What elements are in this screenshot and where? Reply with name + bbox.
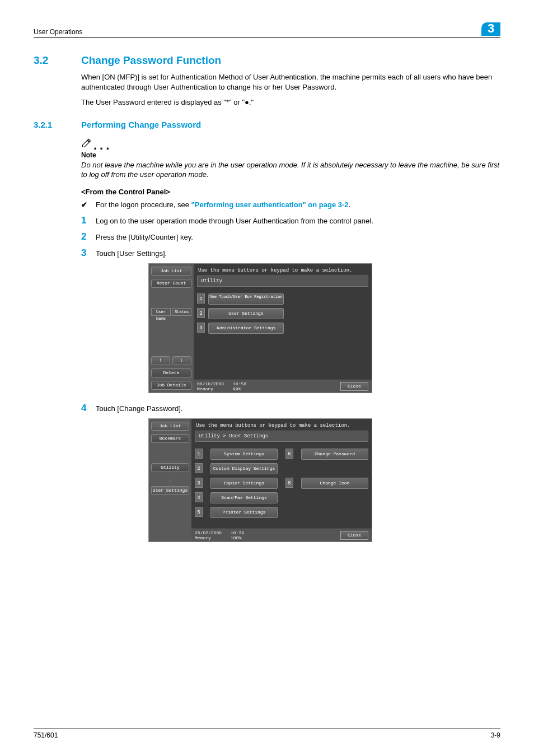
header-title: User Operations bbox=[34, 28, 82, 36]
from-control-panel-heading: <From the Control Panel> bbox=[81, 188, 500, 196]
intro-paragraph-2: The User Password entered is displayed a… bbox=[81, 97, 500, 108]
arrow-up-icon[interactable]: ↑ bbox=[151, 356, 170, 365]
job-details-button[interactable]: Job Details bbox=[151, 381, 191, 390]
job-list-button-2[interactable]: Job List bbox=[151, 422, 189, 431]
memory-label-2: Memory bbox=[195, 535, 222, 540]
screen2-date: 26/02/2008 bbox=[195, 530, 222, 535]
step-text-1: Log on to the user operation mode throug… bbox=[96, 216, 373, 225]
mfp-screen-utility: Job List Meter Count User Name Status ↑ … bbox=[148, 263, 372, 393]
subsection-number: 3.2.1 bbox=[34, 120, 81, 129]
step-text-4: Touch [Change Password]. bbox=[96, 403, 182, 413]
instruction-text-2: Use the menu buttons or keypad to make a… bbox=[195, 421, 368, 431]
one-touch-registration-button[interactable]: One-Touch/User Box Registration bbox=[208, 293, 284, 305]
status-label: Status bbox=[172, 308, 191, 316]
instruction-text: Use the menu buttons or keypad to make a… bbox=[197, 266, 368, 276]
menu-key-3b[interactable]: 3 bbox=[195, 478, 203, 488]
step-text-2: Press the [Utility/Counter] key. bbox=[96, 232, 193, 241]
user-settings-button[interactable]: User Settings bbox=[208, 308, 284, 319]
section-title: Change Password Function bbox=[81, 54, 221, 67]
subsection-title: Performing Change Password bbox=[81, 120, 201, 129]
screen1-time: 16:58 bbox=[233, 381, 246, 386]
menu-key-2[interactable]: 2 bbox=[197, 308, 205, 318]
screen2-time: 10:39 bbox=[231, 530, 244, 535]
close-button-1[interactable]: Close bbox=[340, 382, 368, 391]
user-name-label: User Name bbox=[151, 308, 171, 316]
system-settings-button[interactable]: System Settings bbox=[210, 449, 278, 460]
mfp-screen-user-settings: Job List Bookmark Utility ↓ User Setting… bbox=[148, 418, 372, 542]
menu-key-5b[interactable]: 5 bbox=[195, 507, 203, 517]
step-number-4: 4 bbox=[81, 403, 96, 413]
step-text-3: Touch [User Settings]. bbox=[96, 248, 167, 258]
logon-procedure-link[interactable]: "Performing user authentication" on page… bbox=[191, 200, 349, 209]
change-password-button[interactable]: Change Password bbox=[301, 449, 368, 460]
step-number-3: 3 bbox=[81, 248, 96, 258]
menu-key-8[interactable]: 8 bbox=[285, 478, 293, 488]
custom-display-settings-button[interactable]: Custom Display Settings bbox=[210, 463, 278, 474]
screen1-memory: 99% bbox=[233, 386, 246, 391]
menu-key-6[interactable]: 6 bbox=[285, 449, 293, 459]
arrow-down-icon[interactable]: ↓ bbox=[172, 356, 191, 365]
menu-key-4b[interactable]: 4 bbox=[195, 492, 203, 502]
note-label: Note bbox=[81, 151, 500, 159]
menu-key-1[interactable]: 1 bbox=[197, 293, 205, 304]
pencil-icon: ... bbox=[81, 137, 112, 148]
logon-procedure-line: For the logon procedure, see "Performing… bbox=[96, 200, 350, 209]
utility-breadcrumb-button[interactable]: Utility bbox=[151, 463, 189, 472]
step-number-1: 1 bbox=[81, 216, 96, 225]
user-settings-breadcrumb-button[interactable]: User Settings bbox=[151, 486, 189, 495]
meter-count-button[interactable]: Meter Count bbox=[151, 279, 191, 288]
delete-button[interactable]: Delete bbox=[151, 368, 191, 377]
footer-model: 751/601 bbox=[34, 731, 58, 739]
breadcrumb-arrow-icon: ↓ bbox=[151, 475, 189, 483]
note-block: ... Note Do not leave the machine while … bbox=[81, 137, 500, 180]
step-number-2: 2 bbox=[81, 232, 96, 241]
intro-paragraph-1: When [ON (MFP)] is set for Authenticatio… bbox=[81, 72, 500, 92]
close-button-2[interactable]: Close bbox=[340, 531, 368, 540]
job-list-button[interactable]: Job List bbox=[151, 267, 191, 276]
checkmark-icon: ✔ bbox=[81, 200, 96, 209]
memory-label: Memory bbox=[197, 386, 224, 391]
chapter-badge: 3 bbox=[481, 22, 500, 36]
administrator-settings-button[interactable]: Administrator Settings bbox=[208, 323, 284, 334]
note-body: Do not leave the machine while you are i… bbox=[81, 160, 500, 180]
menu-key-3[interactable]: 3 bbox=[197, 323, 205, 333]
menu-key-1b[interactable]: 1 bbox=[195, 449, 203, 459]
screen1-date: 06/18/2008 bbox=[197, 381, 224, 386]
screen2-memory: 100% bbox=[231, 535, 244, 540]
section-number: 3.2 bbox=[34, 54, 81, 67]
footer-page-number: 3-9 bbox=[491, 731, 500, 739]
change-icon-button[interactable]: Change Icon bbox=[301, 478, 368, 489]
bookmark-button[interactable]: Bookmark bbox=[151, 434, 189, 443]
printer-settings-button[interactable]: Printer Settings bbox=[210, 507, 278, 518]
menu-key-2b[interactable]: 2 bbox=[195, 463, 203, 473]
scan-fax-settings-button[interactable]: Scan/Fax Settings bbox=[210, 492, 278, 503]
copier-settings-button[interactable]: Copier Settings bbox=[210, 478, 278, 489]
screen-title-user-settings: Utility > User Settings bbox=[195, 431, 368, 442]
screen-title-utility: Utility bbox=[197, 276, 368, 287]
